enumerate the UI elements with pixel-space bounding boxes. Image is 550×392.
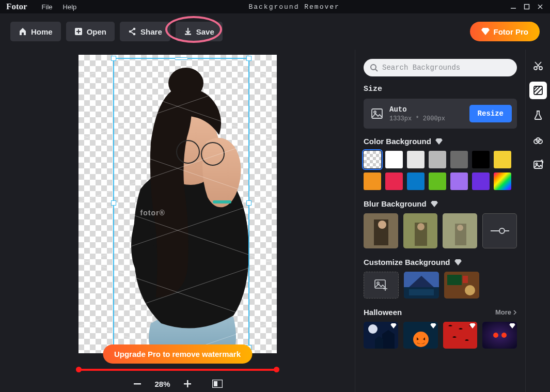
beaker-tool-button[interactable] bbox=[529, 106, 547, 124]
svg-rect-80 bbox=[534, 161, 542, 168]
svg-point-57 bbox=[465, 285, 475, 295]
swatch-yellow[interactable] bbox=[494, 151, 511, 168]
more-button[interactable]: More bbox=[495, 308, 517, 316]
halloween-title: Halloween More bbox=[364, 308, 517, 317]
swatch-transparent[interactable] bbox=[364, 151, 381, 168]
image-plus-icon bbox=[374, 279, 388, 291]
canvas[interactable]: fotor® Upgrade Pro to remove watermark bbox=[78, 55, 277, 353]
diamond-icon bbox=[469, 323, 476, 328]
swatch-orange[interactable] bbox=[364, 173, 381, 190]
handle-top-left[interactable] bbox=[111, 56, 116, 61]
svg-rect-54 bbox=[409, 289, 434, 295]
size-dimensions: 1333px * 2000px bbox=[389, 115, 445, 122]
swatch-rainbow[interactable] bbox=[494, 173, 511, 190]
svg-rect-29 bbox=[187, 380, 188, 387]
svg-rect-27 bbox=[134, 383, 141, 385]
size-card: Auto 1333px * 2000px Resize bbox=[364, 99, 517, 129]
maximize-button[interactable] bbox=[520, 2, 533, 12]
minimize-button[interactable] bbox=[507, 2, 520, 12]
blur-thumb-3[interactable] bbox=[443, 213, 477, 248]
svg-point-46 bbox=[499, 228, 505, 233]
blur-thumb-2[interactable] bbox=[403, 213, 438, 248]
share-label: Share bbox=[140, 27, 162, 36]
swatch-lavender[interactable] bbox=[450, 173, 468, 190]
zoom-out-button[interactable] bbox=[132, 378, 143, 389]
handle-top-right[interactable] bbox=[246, 56, 252, 61]
svg-rect-1 bbox=[525, 5, 529, 9]
size-section-title: Size bbox=[364, 85, 517, 93]
diamond-icon bbox=[509, 323, 515, 328]
size-auto-label: Auto bbox=[389, 105, 445, 114]
slider-handle-right[interactable] bbox=[274, 367, 279, 372]
open-label: Open bbox=[87, 27, 106, 36]
swatch-white[interactable] bbox=[385, 151, 403, 168]
cut-tool-button[interactable] bbox=[529, 57, 547, 74]
pro-label: Fotor Pro bbox=[494, 27, 529, 36]
swatch-lightgray[interactable] bbox=[407, 151, 425, 168]
svg-rect-10 bbox=[185, 34, 191, 35]
slider-icon bbox=[491, 227, 509, 234]
swatch-black[interactable] bbox=[472, 151, 490, 168]
background-tool-button[interactable] bbox=[529, 82, 547, 99]
custom-thumbs bbox=[364, 272, 517, 299]
svg-line-33 bbox=[375, 69, 378, 71]
slider-handle-left[interactable] bbox=[76, 367, 82, 372]
zoom-value: 28% bbox=[154, 380, 170, 388]
halloween-thumb-2[interactable] bbox=[403, 322, 438, 349]
upgrade-pro-pill[interactable]: Upgrade Pro to remove watermark bbox=[103, 344, 252, 364]
rotate-handle[interactable] bbox=[175, 57, 188, 60]
share-icon bbox=[128, 27, 136, 36]
menu-file[interactable]: File bbox=[37, 3, 58, 11]
swatch-gray[interactable] bbox=[429, 151, 446, 168]
close-button[interactable] bbox=[533, 2, 547, 12]
swatch-green[interactable] bbox=[429, 173, 446, 190]
resize-button[interactable]: Resize bbox=[469, 105, 512, 122]
halloween-thumb-3[interactable] bbox=[443, 322, 478, 349]
title-bar: Fotor File Help Background Remover bbox=[0, 0, 550, 13]
search-input[interactable] bbox=[364, 59, 517, 76]
red-slider[interactable] bbox=[78, 369, 277, 371]
handle-mid-right[interactable] bbox=[246, 200, 252, 206]
halloween-thumb-4[interactable] bbox=[482, 322, 517, 349]
swatch-red[interactable] bbox=[385, 173, 403, 190]
share-button[interactable]: Share bbox=[120, 22, 170, 41]
custom-bg-thumb-1[interactable] bbox=[404, 272, 439, 299]
swatch-darkgray[interactable] bbox=[450, 151, 468, 168]
blur-custom-button[interactable] bbox=[482, 213, 517, 248]
color-swatches bbox=[364, 151, 517, 190]
diamond-icon bbox=[431, 201, 438, 207]
image-icon bbox=[371, 107, 383, 120]
svg-point-38 bbox=[378, 221, 386, 229]
blur-thumb-1[interactable] bbox=[364, 213, 398, 248]
plus-square-icon bbox=[74, 27, 83, 36]
adjust-tool-button[interactable] bbox=[529, 131, 547, 149]
diamond-icon bbox=[430, 323, 436, 328]
blur-bg-title: Blur Background bbox=[364, 199, 517, 208]
handle-mid-left[interactable] bbox=[111, 200, 116, 206]
brand-logo: Fotor bbox=[6, 2, 27, 12]
add-custom-bg-button[interactable] bbox=[364, 272, 399, 299]
fit-screen-button[interactable] bbox=[212, 378, 223, 389]
swatch-blue[interactable] bbox=[407, 173, 425, 190]
selection-box[interactable] bbox=[113, 58, 249, 348]
diamond-icon bbox=[390, 323, 397, 328]
svg-rect-31 bbox=[214, 381, 217, 386]
swatch-purple[interactable] bbox=[472, 173, 490, 190]
svg-rect-56 bbox=[447, 275, 462, 285]
right-panel: Size Auto 1333px * 2000px Resize Color B… bbox=[355, 50, 525, 392]
menu-help[interactable]: Help bbox=[58, 3, 82, 11]
halloween-thumb-1[interactable] bbox=[364, 322, 398, 349]
open-button[interactable]: Open bbox=[66, 22, 115, 41]
app-title: Background Remover bbox=[82, 3, 507, 11]
diamond-icon bbox=[435, 138, 443, 145]
svg-rect-34 bbox=[372, 109, 382, 118]
fotor-pro-button[interactable]: Fotor Pro bbox=[470, 22, 540, 41]
custom-bg-thumb-2[interactable] bbox=[444, 272, 479, 299]
svg-point-64 bbox=[413, 332, 429, 347]
save-button[interactable]: Save bbox=[176, 22, 223, 41]
home-button[interactable]: Home bbox=[10, 22, 61, 41]
blur-thumbs bbox=[364, 213, 517, 248]
zoom-in-button[interactable] bbox=[182, 378, 193, 389]
export-tool-button[interactable] bbox=[529, 156, 547, 174]
svg-point-35 bbox=[374, 111, 376, 113]
